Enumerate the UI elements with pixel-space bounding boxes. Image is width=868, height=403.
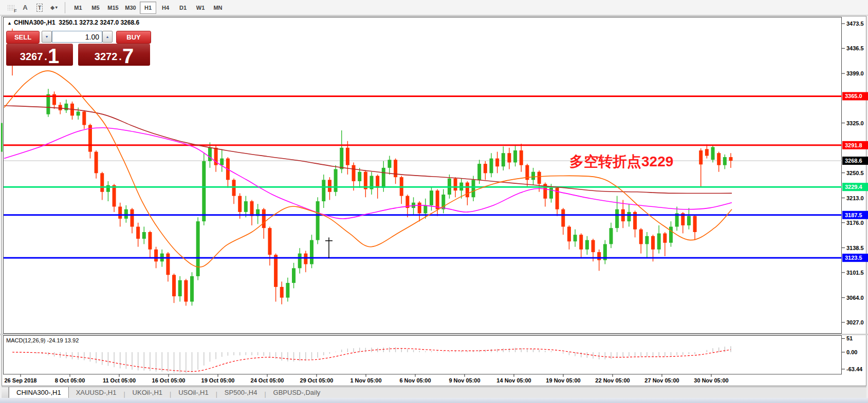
candle-body xyxy=(250,201,254,216)
direction-up-icon: ▲ xyxy=(7,21,12,26)
candle-body xyxy=(322,180,325,201)
candle-body xyxy=(711,147,715,160)
candle-body xyxy=(477,164,481,180)
candle-body xyxy=(154,250,158,261)
candle-body xyxy=(358,172,361,181)
candle-body xyxy=(610,228,613,244)
candle-body xyxy=(280,287,284,298)
candle-body xyxy=(244,201,248,212)
candle-body xyxy=(699,150,703,164)
ohlc-values: 3250.1 3273.2 3247.0 3268.6 xyxy=(59,19,139,26)
candle-body xyxy=(663,234,667,243)
candle-body xyxy=(268,228,271,255)
candle-body xyxy=(418,203,421,214)
candle-body xyxy=(430,190,433,205)
panel-splitter[interactable] xyxy=(0,334,868,335)
candle-body xyxy=(639,229,643,244)
candle-body xyxy=(334,169,338,191)
candle-body xyxy=(95,152,98,174)
candle-body xyxy=(346,148,349,165)
candle-body xyxy=(579,235,583,250)
candle-body xyxy=(178,280,182,296)
price-tick-label: 3027.0 xyxy=(846,319,864,325)
candle-body xyxy=(723,157,727,165)
time-tick-label: 30 Nov 05:00 xyxy=(694,377,728,383)
candle-body xyxy=(729,157,733,161)
candle-body xyxy=(202,161,206,221)
price-tick-label: 3325.0 xyxy=(846,120,864,126)
price-tick-label: 3213.0 xyxy=(846,195,864,201)
time-tick-label: 26 Sep 2018 xyxy=(5,377,37,383)
candle-body xyxy=(502,153,505,166)
symbol-name: CHINA300-,H1 xyxy=(14,19,56,26)
chart-ohlc-header: ▲CHINA300-,H1 3250.1 3273.2 3247.0 3268.… xyxy=(7,19,139,26)
time-tick-label: 19 Nov 05:00 xyxy=(546,377,580,383)
buy-price-fraction: 7 xyxy=(122,47,134,65)
candle-body xyxy=(124,209,128,219)
time-tick-label: 22 Nov 05:00 xyxy=(595,377,630,383)
price-level-badge-text: 3123.5 xyxy=(845,255,862,261)
candle-body xyxy=(423,205,427,214)
volume-increase-button[interactable]: ▲ xyxy=(102,31,113,43)
chart-tab-ukoil-h1[interactable]: UKOil-,H1 xyxy=(125,387,170,398)
candle-body xyxy=(387,160,391,168)
time-tick-label: 16 Oct 05:00 xyxy=(152,377,186,383)
candle-body xyxy=(651,236,655,250)
candle-body xyxy=(352,165,356,181)
candle-body xyxy=(298,254,302,268)
time-tick-label: 14 Nov 05:00 xyxy=(496,377,531,383)
candle-body xyxy=(172,275,176,296)
candle-body xyxy=(513,150,517,162)
candle-body xyxy=(567,227,571,242)
time-tick-label: 6 Nov 05:00 xyxy=(399,377,431,383)
macd-tick-label: -63.44 xyxy=(846,366,863,372)
candle-body xyxy=(292,268,296,283)
chart-tab-china300-h1[interactable]: CHINA300-,H1 xyxy=(9,387,69,398)
volume-decrease-button[interactable]: ▼ xyxy=(42,31,52,43)
price-tick-label: 3064.0 xyxy=(846,295,864,301)
candle-body xyxy=(717,153,721,165)
buy-button[interactable]: BUY xyxy=(116,31,151,44)
candle-body xyxy=(376,176,379,188)
chart-tab-usoil-h1[interactable]: USOil-,H1 xyxy=(171,387,216,398)
symbol-tab-bar: CHINA300-,H1XAUUSD-,H1|UKOil-,H1|USOil-,… xyxy=(2,387,866,398)
candle-body xyxy=(490,159,493,174)
candle-body xyxy=(585,240,589,250)
candle-body xyxy=(316,201,320,240)
price-tick-label: 3101.5 xyxy=(846,270,864,276)
candle-body xyxy=(220,159,224,165)
candle-body xyxy=(274,255,278,287)
sell-price-tile[interactable]: 3267.1 xyxy=(6,44,73,66)
buy-price-tile[interactable]: 3272.7 xyxy=(78,44,150,66)
clipped-candle xyxy=(1,123,3,152)
candle-body xyxy=(82,111,86,125)
candle-body xyxy=(705,149,709,156)
tab-scroll-button[interactable] xyxy=(2,387,9,398)
time-tick-label: 11 Oct 05:00 xyxy=(103,377,136,383)
price-tick-label: 3399.0 xyxy=(846,70,864,76)
candle-body xyxy=(166,254,170,275)
candle-body xyxy=(148,232,152,250)
chart-tab-sp500-h4[interactable]: SP500-,H4 xyxy=(217,387,265,398)
spin-up-icon: ▲ xyxy=(106,35,109,39)
candle-body xyxy=(184,280,188,302)
candle-body xyxy=(113,185,116,207)
candle-body xyxy=(46,94,50,114)
candle-body xyxy=(394,160,397,177)
candle-body xyxy=(495,159,499,167)
candle-body xyxy=(454,179,457,190)
candle-body xyxy=(520,150,523,165)
price-tick-label: 3436.5 xyxy=(846,45,864,51)
volume-input[interactable] xyxy=(52,31,102,43)
price-level-badge-text: 3291.8 xyxy=(845,142,862,148)
candle-body xyxy=(693,216,697,232)
candle-body xyxy=(232,180,236,196)
candle-body xyxy=(328,180,331,191)
candle-body xyxy=(657,234,661,250)
sell-button[interactable]: SELL xyxy=(6,31,40,44)
chart-text-annotation: 多空转折点3229 xyxy=(569,152,673,171)
chart-tab-gbpusd-daily[interactable]: GBPUSD-,Daily xyxy=(266,387,328,398)
chart-tab-xauusd-h1[interactable]: XAUUSD-,H1 xyxy=(69,387,124,398)
candle-body xyxy=(382,168,385,188)
time-tick-label: 19 Oct 05:00 xyxy=(201,377,235,383)
